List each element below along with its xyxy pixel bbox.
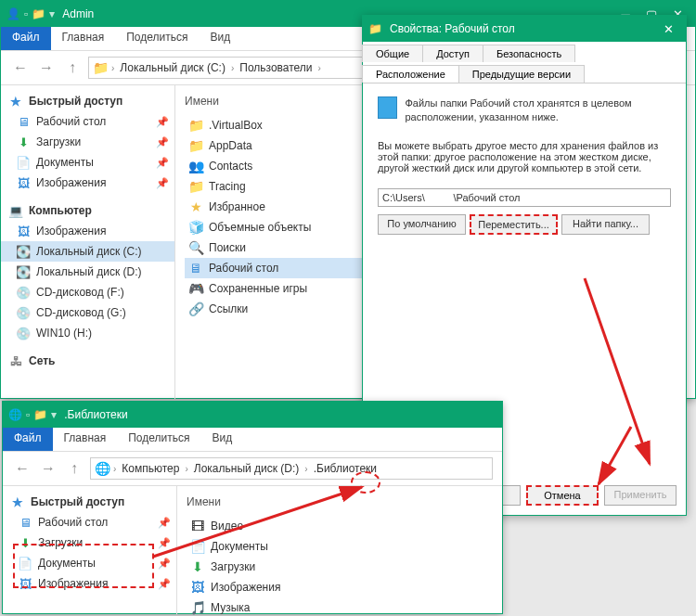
- app-icon: 👤: [6, 7, 20, 20]
- up-button[interactable]: ↑: [62, 58, 83, 78]
- cube-icon: 🧊: [188, 220, 203, 235]
- label: Сохраненные игры: [209, 282, 307, 295]
- sidebar-computer[interactable]: 💻Компьютер: [1, 200, 174, 221]
- find-folder-button[interactable]: Найти папку...: [561, 214, 650, 235]
- tab-view[interactable]: Вид: [200, 428, 243, 451]
- restore-default-button[interactable]: По умолчанию: [378, 214, 466, 235]
- tab-share[interactable]: Поделиться: [117, 428, 200, 451]
- sidebar-desktop[interactable]: 🖥Рабочий стол📌: [1, 111, 174, 132]
- chevron-icon: ›: [231, 63, 234, 73]
- sidebar-desktop[interactable]: 🖥Рабочий стол📌: [3, 512, 176, 533]
- star-icon: ★: [188, 199, 203, 214]
- qat-icon[interactable]: ▫: [26, 408, 30, 421]
- forward-button[interactable]: →: [38, 458, 58, 479]
- item-video[interactable]: 🎞Видео: [187, 516, 493, 536]
- label: Быстрый доступ: [31, 495, 124, 508]
- label: Изображения: [36, 176, 106, 189]
- sidebar-local-d[interactable]: 💽Локальный диск (D:): [1, 262, 174, 282]
- label: AppData: [209, 139, 252, 152]
- item-documents[interactable]: 📄Документы: [187, 536, 493, 557]
- folder-icon: 📁: [188, 179, 203, 194]
- cd-icon: 💿: [16, 285, 31, 300]
- tab-previous-versions[interactable]: Предыдущие версии: [458, 65, 585, 83]
- apply-button[interactable]: Применить: [604, 485, 677, 506]
- music-icon: 🎵: [190, 600, 205, 615]
- props-titlebar[interactable]: 📁 Свойства: Рабочий стол ✕: [363, 16, 686, 42]
- label: Компьютер: [29, 204, 92, 217]
- tab-share[interactable]: Поделиться: [115, 27, 199, 50]
- qat-dropdown-icon[interactable]: ▾: [49, 7, 55, 20]
- titlebar-2[interactable]: 🌐 ▫ 📁 ▾ .Библиотеки: [3, 402, 502, 428]
- sidebar-local-c[interactable]: 💽Локальный диск (C:): [1, 241, 174, 262]
- star-icon: ★: [8, 94, 23, 109]
- item-pictures[interactable]: 🖼Изображения: [187, 577, 493, 597]
- move-button[interactable]: Переместить...: [470, 214, 558, 235]
- video-icon: 🎞: [190, 519, 205, 533]
- drive-icon: 💽: [16, 244, 31, 259]
- tab-general[interactable]: Общие: [362, 45, 423, 62]
- sidebar-win10[interactable]: 💿WIN10 (H:): [1, 323, 174, 343]
- drive-icon: 💽: [16, 264, 31, 279]
- bc-users[interactable]: Пользователи: [238, 61, 314, 74]
- picture-icon: 🖼: [16, 224, 31, 238]
- location-input[interactable]: [378, 188, 671, 207]
- search-icon: 🔍: [188, 240, 203, 255]
- cd-icon: 💿: [16, 326, 31, 340]
- label: Загрузки: [211, 560, 255, 573]
- address-bar-2: ← → ↑ 🌐 › Компьютер › Локальный диск (D:…: [3, 452, 502, 486]
- forward-button[interactable]: →: [36, 58, 57, 78]
- sidebar-pictures[interactable]: 🖼Изображения📌: [1, 173, 174, 193]
- chevron-icon: ›: [185, 464, 187, 474]
- explorer-window-2: 🌐 ▫ 📁 ▾ .Библиотеки Файл Главная Поделит…: [2, 401, 503, 614]
- qat-icon[interactable]: ▫: [24, 7, 28, 20]
- sidebar-quick-access[interactable]: ★Быстрый доступ: [1, 91, 174, 111]
- label: Объемные объекты: [209, 221, 311, 234]
- label: Ссылки: [209, 302, 248, 315]
- link-icon: 🔗: [188, 302, 203, 316]
- desc-line-1: Файлы папки Рабочий стол хранятся в целе…: [405, 96, 671, 125]
- sidebar-downloads[interactable]: ⬇Загрузки📌: [3, 533, 176, 553]
- tab-security[interactable]: Безопасность: [483, 45, 575, 62]
- sidebar-network[interactable]: 🖧Сеть: [1, 351, 174, 371]
- qat-dropdown-icon[interactable]: ▾: [51, 408, 57, 421]
- cancel-button[interactable]: Отмена: [526, 485, 599, 506]
- tab-location[interactable]: Расположение: [362, 65, 459, 83]
- tab-file[interactable]: Файл: [3, 428, 53, 451]
- chevron-icon: ›: [318, 63, 321, 73]
- sidebar-documents[interactable]: 📄Документы📌: [1, 152, 174, 173]
- sidebar-pictures2[interactable]: 🖼Изображения: [1, 221, 174, 241]
- column-header[interactable]: Имени: [187, 492, 493, 516]
- window-title-2: .Библиотеки: [64, 408, 127, 421]
- tab-access[interactable]: Доступ: [422, 45, 483, 62]
- tab-home[interactable]: Главная: [53, 428, 118, 451]
- item-downloads[interactable]: ⬇Загрузки: [187, 557, 493, 577]
- sidebar-cd-g[interactable]: 💿CD-дисковод (G:): [1, 302, 174, 323]
- games-icon: 🎮: [188, 281, 203, 296]
- qat-folder-icon[interactable]: 📁: [32, 7, 45, 20]
- bc-libraries[interactable]: .Библиотеки: [312, 462, 379, 475]
- sidebar-pictures[interactable]: 🖼Изображения📌: [3, 573, 176, 594]
- tab-home[interactable]: Главная: [51, 27, 116, 50]
- label: WIN10 (H:): [36, 327, 92, 340]
- tab-view[interactable]: Вид: [199, 27, 241, 50]
- back-button[interactable]: ←: [12, 458, 32, 479]
- sidebar-documents[interactable]: 📄Документы📌: [3, 553, 176, 573]
- label: Изображения: [211, 581, 280, 594]
- up-button[interactable]: ↑: [64, 458, 84, 479]
- pin-icon: 📌: [156, 116, 169, 128]
- item-music[interactable]: 🎵Музыка: [187, 597, 493, 616]
- tab-file[interactable]: Файл: [1, 27, 51, 50]
- label: Рабочий стол: [38, 516, 108, 529]
- sidebar-downloads[interactable]: ⬇Загрузки📌: [1, 132, 174, 152]
- bc-computer[interactable]: Компьютер: [120, 462, 181, 475]
- pin-icon: 📌: [156, 157, 169, 169]
- bc-drive[interactable]: Локальный диск (C:): [118, 61, 227, 74]
- breadcrumb-2[interactable]: 🌐 › Компьютер › Локальный диск (D:) › .Б…: [90, 457, 493, 480]
- sidebar-quick-access[interactable]: ★Быстрый доступ: [3, 492, 176, 512]
- bc-drive-d[interactable]: Локальный диск (D:): [192, 462, 302, 475]
- back-button[interactable]: ←: [10, 58, 31, 78]
- desktop-large-icon: [378, 96, 397, 119]
- close-button[interactable]: ✕: [656, 19, 680, 38]
- sidebar-cd-f[interactable]: 💿CD-дисковод (F:): [1, 282, 174, 302]
- qat-folder-icon[interactable]: 📁: [33, 408, 47, 421]
